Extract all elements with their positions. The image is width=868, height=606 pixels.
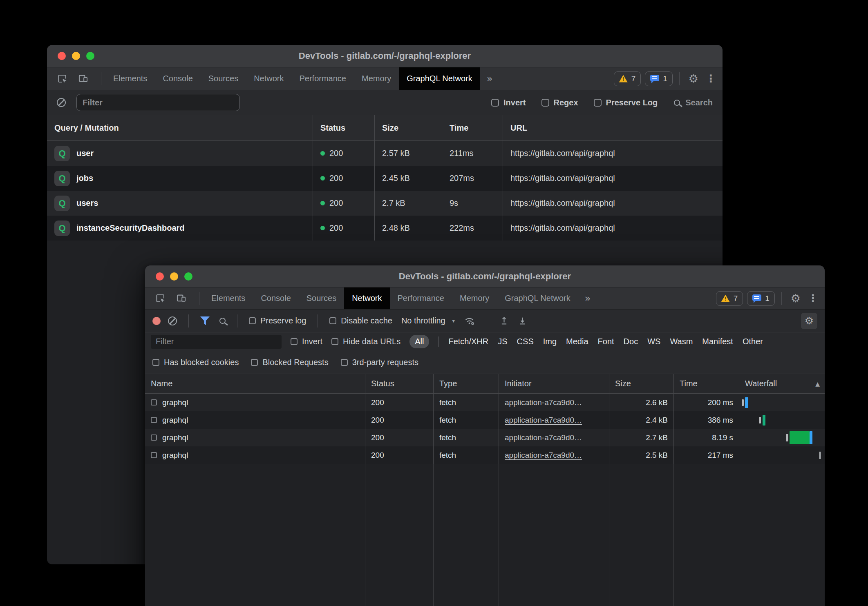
throttling-dropdown[interactable]: No throttling ▼ — [401, 316, 456, 325]
initiator-link[interactable]: application-a7ca9d0… — [505, 398, 582, 407]
column-header-initiator[interactable]: Initiator — [499, 374, 609, 394]
invert-checkbox[interactable]: Invert — [291, 337, 322, 346]
tab-network[interactable]: Network — [246, 67, 291, 90]
inspect-element-icon[interactable] — [57, 73, 68, 84]
warnings-badge[interactable]: ! 7 — [614, 71, 641, 86]
filter-type-all[interactable]: All — [409, 335, 429, 348]
filter-type-ws[interactable]: WS — [647, 337, 660, 346]
blocked-requests-checkbox[interactable]: Blocked Requests — [251, 358, 328, 367]
tab-performance[interactable]: Performance — [390, 287, 452, 309]
close-window-button[interactable] — [156, 272, 164, 281]
import-har-icon[interactable] — [499, 315, 510, 326]
filter-type-css[interactable]: CSS — [517, 337, 534, 346]
filter-type-img[interactable]: Img — [543, 337, 557, 346]
more-tabs-icon[interactable]: » — [480, 67, 499, 90]
graphql-filter-input[interactable] — [76, 94, 240, 111]
tab-console[interactable]: Console — [253, 287, 298, 309]
preserve-log-checkbox[interactable]: Preserve log — [249, 316, 306, 325]
tab-elements[interactable]: Elements — [204, 287, 253, 309]
network-filter-input[interactable] — [151, 335, 282, 349]
column-header-type[interactable]: Type — [433, 374, 499, 394]
preserve-log-checkbox[interactable]: Preserve Log — [594, 98, 658, 107]
export-har-icon[interactable] — [517, 315, 528, 326]
zoom-window-button[interactable] — [86, 52, 94, 60]
network-conditions-icon[interactable] — [463, 315, 475, 327]
close-window-button[interactable] — [58, 52, 66, 60]
invert-checkbox[interactable]: Invert — [491, 98, 526, 107]
tab-network[interactable]: Network — [344, 287, 389, 309]
tab-graphql-network[interactable]: GraphQL Network — [399, 67, 480, 90]
request-row-type: fetch — [433, 429, 499, 446]
tab-memory[interactable]: Memory — [354, 67, 399, 90]
row-checkbox[interactable] — [151, 434, 157, 441]
device-toolbar-icon[interactable] — [176, 293, 187, 304]
column-header-status[interactable]: Status — [313, 115, 374, 141]
tab-console[interactable]: Console — [155, 67, 200, 90]
filter-type-js[interactable]: JS — [498, 337, 507, 346]
filter-type-wasm[interactable]: Wasm — [670, 337, 693, 346]
search-icon[interactable] — [219, 318, 226, 324]
filter-type-fetch-xhr[interactable]: Fetch/XHR — [448, 337, 488, 346]
record-network-log-button[interactable] — [152, 317, 161, 325]
query-row-name[interactable]: Q users — [47, 191, 313, 216]
request-row-name[interactable]: graphql — [145, 429, 365, 446]
initiator-link[interactable]: application-a7ca9d0… — [505, 451, 582, 460]
tab-performance[interactable]: Performance — [292, 67, 354, 90]
initiator-link[interactable]: application-a7ca9d0… — [505, 416, 582, 425]
column-header-query-mutation[interactable]: Query / Mutation — [47, 115, 313, 141]
request-row-name[interactable]: graphql — [145, 446, 365, 464]
kebab-menu-icon[interactable]: ⋮ — [703, 67, 723, 90]
more-tabs-icon[interactable]: » — [578, 287, 597, 309]
has-blocked-cookies-checkbox[interactable]: Has blocked cookies — [152, 358, 239, 367]
warnings-badge[interactable]: ! 7 — [716, 291, 743, 306]
third-party-requests-checkbox[interactable]: 3rd-party requests — [341, 358, 418, 367]
row-checkbox[interactable] — [151, 452, 157, 458]
tab-memory[interactable]: Memory — [452, 287, 497, 309]
chevron-down-icon: ▼ — [451, 318, 456, 324]
column-header-name[interactable]: Name — [145, 374, 365, 394]
column-header-waterfall[interactable]: Waterfall ▲ — [739, 374, 825, 394]
zoom-window-button[interactable] — [184, 272, 192, 281]
tab-graphql-network[interactable]: GraphQL Network — [497, 287, 578, 309]
desktop-background: DevTools - gitlab.com/-/graphql-explorer — [0, 0, 868, 606]
row-checkbox[interactable] — [151, 417, 157, 423]
request-row-name[interactable]: graphql — [145, 394, 365, 411]
issues-badge[interactable]: 1 — [645, 71, 673, 86]
filter-type-doc[interactable]: Doc — [624, 337, 638, 346]
column-header-time[interactable]: Time — [673, 374, 739, 394]
query-row-name[interactable]: Q user — [47, 141, 313, 166]
clear-network-log-icon[interactable] — [168, 316, 177, 325]
query-row-name[interactable]: Q instanceSecurityDashboard — [47, 216, 313, 241]
column-header-size[interactable]: Size — [374, 115, 442, 141]
column-header-url[interactable]: URL — [503, 115, 723, 141]
filter-funnel-icon[interactable] — [200, 316, 210, 325]
clear-icon[interactable] — [57, 98, 66, 107]
tab-elements[interactable]: Elements — [105, 67, 155, 90]
inspect-element-icon[interactable] — [155, 293, 166, 304]
tab-sources[interactable]: Sources — [201, 67, 246, 90]
minimize-window-button[interactable] — [170, 272, 178, 281]
settings-gear-icon[interactable]: ⚙ — [786, 287, 805, 309]
filter-type-font[interactable]: Font — [598, 337, 614, 346]
tab-sources[interactable]: Sources — [299, 287, 344, 309]
filter-type-other[interactable]: Other — [743, 337, 763, 346]
initiator-link[interactable]: application-a7ca9d0… — [505, 433, 582, 442]
kebab-menu-icon[interactable]: ⋮ — [805, 287, 825, 309]
row-checkbox[interactable] — [151, 399, 157, 405]
disable-cache-checkbox[interactable]: Disable cache — [329, 316, 392, 325]
hide-data-urls-checkbox[interactable]: Hide data URLs — [331, 337, 400, 346]
query-row-name[interactable]: Q jobs — [47, 166, 313, 191]
column-header-status[interactable]: Status — [365, 374, 433, 394]
search-button[interactable]: Search — [674, 98, 713, 107]
filter-type-manifest[interactable]: Manifest — [702, 337, 733, 346]
issues-badge[interactable]: 1 — [747, 291, 775, 306]
settings-gear-icon[interactable]: ⚙ — [684, 67, 703, 90]
network-settings-gear-icon[interactable]: ⚙ — [801, 313, 817, 329]
request-row-name[interactable]: graphql — [145, 411, 365, 429]
device-toolbar-icon[interactable] — [78, 73, 89, 84]
minimize-window-button[interactable] — [72, 52, 80, 60]
column-header-size[interactable]: Size — [609, 374, 673, 394]
filter-type-media[interactable]: Media — [566, 337, 588, 346]
column-header-time[interactable]: Time — [442, 115, 503, 141]
regex-checkbox[interactable]: Regex — [541, 98, 578, 107]
